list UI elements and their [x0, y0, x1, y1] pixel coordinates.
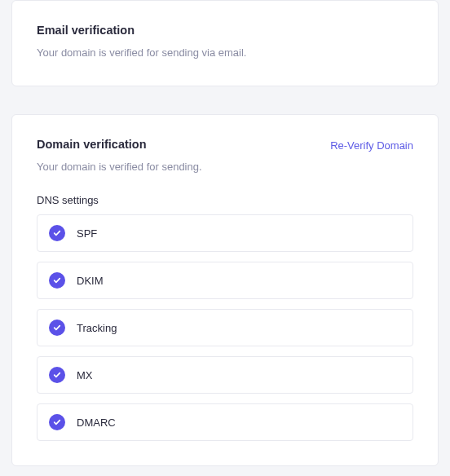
check-icon	[49, 225, 65, 241]
check-icon	[49, 414, 65, 430]
dns-row-spf[interactable]: SPF	[37, 214, 413, 252]
dns-settings-label: DNS settings	[37, 194, 413, 206]
dns-row-dkim[interactable]: DKIM	[37, 262, 413, 299]
check-icon	[49, 367, 65, 383]
check-icon	[49, 320, 65, 336]
dns-record-name: MX	[77, 369, 93, 381]
domain-verification-title: Domain verification	[37, 138, 202, 151]
dns-row-dmarc[interactable]: DMARC	[37, 403, 413, 441]
dns-settings-list: SPF DKIM Tracking MX	[37, 214, 413, 441]
check-icon	[49, 272, 65, 289]
email-verification-subtitle: Your domain is verified for sending via …	[37, 45, 413, 61]
dns-row-tracking[interactable]: Tracking	[37, 309, 413, 346]
reverify-domain-link[interactable]: Re-Verify Domain	[330, 139, 413, 152]
email-verification-title: Email verification	[37, 24, 413, 37]
dns-record-name: DKIM	[77, 275, 104, 287]
dns-record-name: Tracking	[77, 322, 117, 334]
dns-row-mx[interactable]: MX	[37, 356, 413, 394]
dns-record-name: SPF	[77, 227, 97, 240]
domain-verification-card: Domain verification Your domain is verif…	[11, 114, 439, 467]
dns-record-name: DMARC	[77, 416, 116, 429]
email-verification-card: Email verification Your domain is verifi…	[11, 0, 439, 86]
domain-verification-header: Domain verification Your domain is verif…	[37, 138, 413, 175]
domain-verification-subtitle: Your domain is verified for sending.	[37, 159, 202, 175]
